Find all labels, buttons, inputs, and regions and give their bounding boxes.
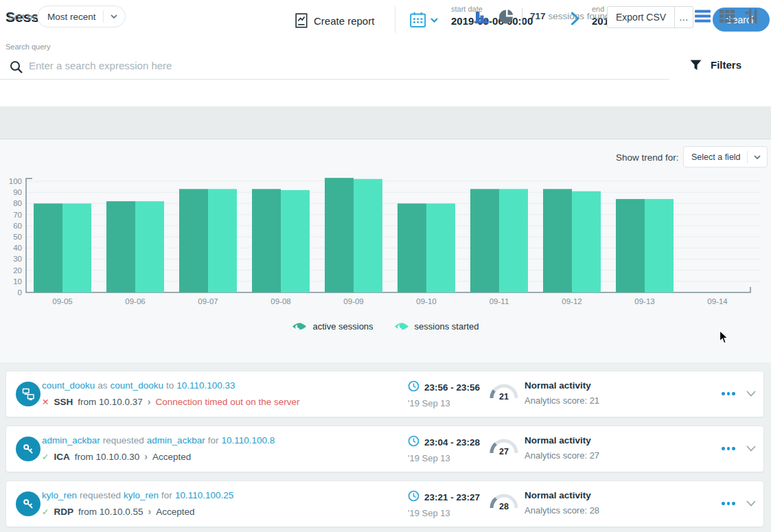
y-tick-label: 30 (13, 255, 22, 263)
svg-text:27: 27 (499, 447, 509, 455)
chart-bar[interactable] (616, 199, 645, 292)
x-tick-label: 09-09 (343, 297, 363, 305)
chart-bar[interactable] (426, 203, 455, 292)
session-text: requested (103, 435, 144, 446)
session-type-icon (16, 491, 41, 516)
pie-chart-view-icon[interactable] (499, 9, 514, 24)
expand-chevron-icon[interactable] (746, 500, 756, 507)
y-tick-label: 90 (13, 188, 22, 196)
chart-bar[interactable] (470, 189, 499, 292)
session-result: Accepted (152, 452, 191, 462)
chart-bar[interactable] (34, 203, 62, 292)
session-status-icon: ✓ (42, 452, 49, 462)
filters-button[interactable]: Filters (690, 59, 741, 71)
expand-chevron-icon[interactable] (746, 446, 756, 452)
chart-bar[interactable] (398, 203, 426, 292)
dropdown-divider (103, 10, 104, 23)
x-tick-label: 09-14 (707, 297, 728, 305)
chart-bar[interactable] (281, 190, 310, 292)
start-date: start date 2019-09-06 00:00 (451, 5, 533, 27)
analytics-score-label: Analytics score: 21 (525, 395, 599, 406)
key-icon (21, 441, 36, 456)
flow-view-icon[interactable] (745, 9, 759, 23)
session-link[interactable]: count_dooku (111, 380, 163, 391)
chevron-down-icon (754, 155, 761, 159)
more-menu-button[interactable] (722, 502, 735, 505)
session-time-range: 23:04 - 23:28 (424, 437, 480, 448)
session-date: '19 Sep 13 (408, 398, 480, 408)
activity-title: Normal activity (525, 490, 591, 500)
analytics-score-label: Analytics score: 27 (525, 450, 599, 461)
chart-bar[interactable] (62, 203, 91, 292)
clock-icon-slot (408, 380, 419, 394)
session-link[interactable]: 10.110.100.25 (175, 490, 233, 500)
session-link[interactable]: kylo_ren (42, 490, 77, 500)
clock-icon-slot (408, 490, 419, 504)
y-tick-label: 70 (13, 211, 22, 219)
activity-title: Normal activity (525, 435, 591, 446)
session-card[interactable]: admin_ackbarrequestedadmin_ackbarfor10.1… (5, 426, 764, 472)
filters-label: Filters (711, 59, 741, 71)
trend-field-select[interactable]: Select a field (683, 146, 768, 167)
session-time-range: 23:21 - 23:27 (424, 492, 480, 502)
chart-bar[interactable] (135, 201, 164, 292)
chart-bar[interactable] (208, 189, 237, 292)
chart-bar[interactable] (572, 192, 601, 292)
x-tick-label: 09-13 (634, 297, 654, 305)
mouse-cursor (719, 330, 729, 345)
calendar-icon (410, 12, 427, 28)
session-result: Connection timed out on the server (155, 397, 299, 407)
export-more-button[interactable]: … (675, 6, 693, 28)
y-tick-label: 40 (13, 244, 22, 252)
svg-text:21: 21 (499, 392, 509, 400)
bar-chart-view-icon[interactable] (475, 10, 490, 24)
session-protocol: SSH (54, 397, 73, 407)
session-protocol: RDP (54, 507, 73, 517)
search-query-row (0, 58, 669, 80)
chart-bar[interactable] (325, 178, 354, 292)
results-toolbar (0, 106, 771, 139)
y-tick-label: 60 (13, 222, 22, 230)
date-picker-button[interactable] (410, 12, 438, 28)
session-link[interactable]: 10.110.100.33 (176, 380, 235, 391)
y-tick-label: 10 (13, 277, 22, 286)
y-tick-label: 50 (13, 233, 22, 241)
session-link[interactable]: admin_ackbar (147, 435, 205, 446)
chart-bar[interactable] (645, 199, 674, 292)
session-link[interactable]: admin_ackbar (42, 435, 100, 446)
expand-chevron-icon[interactable] (746, 391, 756, 397)
sessions-page: Sessions Create report start date 2019-0… (0, 0, 771, 532)
analytics-score-gauge: 28 (488, 491, 520, 513)
start-date-label: start date (451, 5, 533, 13)
session-date: '19 Sep 13 (408, 508, 480, 518)
session-status-icon: ✕ (42, 397, 49, 407)
session-text: as (97, 380, 107, 391)
chart-bar[interactable] (252, 189, 281, 292)
x-tick-label: 09-10 (416, 297, 436, 305)
session-link[interactable]: 10.110.100.8 (221, 435, 275, 446)
eye-icon (292, 321, 307, 332)
start-date-value[interactable]: 2019-09-06 00:00 (451, 15, 533, 27)
legend-item[interactable]: active sessions (292, 321, 373, 332)
export-csv-button[interactable]: Export CSV (607, 6, 675, 28)
chart-bar[interactable] (499, 189, 528, 292)
legend-item[interactable]: sessions started (394, 321, 479, 332)
chart-bar[interactable] (543, 189, 572, 292)
list-view-icon[interactable] (695, 10, 711, 23)
sessions-trend-chart[interactable]: 010203040506070809010009-0509-0609-0709-… (5, 172, 766, 310)
chart-bar[interactable] (354, 179, 382, 292)
session-protocol: ICA (54, 452, 69, 462)
clock-icon (408, 435, 419, 447)
session-link[interactable]: count_dooku (42, 380, 95, 391)
search-input[interactable] (27, 59, 621, 72)
chart-bar[interactable] (106, 201, 135, 292)
chart-bar[interactable] (179, 189, 208, 292)
session-card[interactable]: kylo_renrequestedkylo_renfor10.110.100.2… (5, 481, 764, 527)
create-report-button[interactable]: Create report (295, 13, 374, 28)
session-card[interactable]: count_dookuascount_dookuto10.110.100.33 … (5, 371, 764, 417)
session-link[interactable]: kylo_ren (124, 490, 159, 500)
more-menu-button[interactable] (722, 392, 735, 395)
sort-by-select[interactable]: Most recent (37, 5, 126, 27)
more-menu-button[interactable] (722, 447, 735, 450)
table-view-icon[interactable] (720, 10, 735, 23)
